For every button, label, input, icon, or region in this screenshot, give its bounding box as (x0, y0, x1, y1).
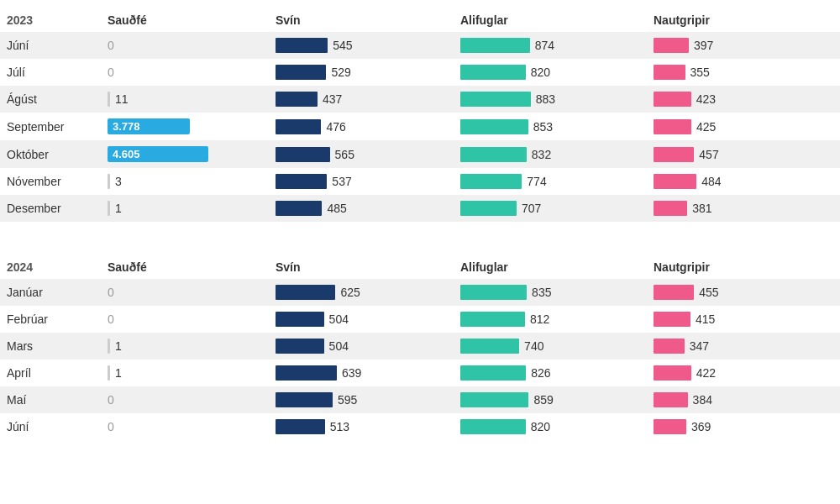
alifuglar-cell: 774 (454, 168, 647, 195)
nautgripir-cell: 457 (647, 140, 840, 168)
nautgripir-bar (654, 285, 694, 300)
svin-cell: 504 (269, 333, 454, 360)
nautgripir-cell: 484 (647, 168, 840, 195)
table-row: Júlí0529820355 (0, 59, 840, 86)
nautgripir-cell: 422 (647, 360, 840, 386)
alifuglar-value: 740 (524, 339, 543, 353)
svin-cell: 476 (269, 113, 454, 140)
svin-bar-cell: 625 (276, 285, 447, 300)
alifuglar-bar-cell: 859 (460, 392, 640, 407)
nautgripir-value: 381 (692, 202, 711, 215)
nautgripir-cell: 369 (647, 413, 840, 440)
alifuglar-value: 883 (536, 92, 555, 106)
alifuglar-bar-cell: 812 (460, 312, 640, 327)
svin-bar-cell: 529 (276, 65, 447, 80)
saudfe-cell: 1 (101, 195, 269, 222)
saudfe-cell: 3 (101, 168, 269, 195)
header-svin: Svín (269, 8, 454, 32)
alifuglar-value: 812 (530, 312, 549, 326)
table-row: Janúar0625835455 (0, 279, 840, 306)
nautgripir-bar (654, 201, 687, 216)
svin-value: 639 (342, 366, 361, 380)
nautgripir-bar-cell: 415 (654, 312, 833, 327)
saudfe-cell: 3.778 (101, 113, 269, 140)
table-row: Apríl1639826422 (0, 360, 840, 386)
nautgripir-value: 355 (690, 66, 710, 79)
svin-bar-cell: 504 (276, 312, 447, 327)
nautgripir-value: 415 (696, 312, 715, 326)
alifuglar-bar (460, 285, 527, 300)
saudfe-value: 1 (115, 339, 122, 353)
nautgripir-value: 384 (693, 393, 712, 407)
saudfe-cell: 0 (101, 413, 269, 440)
alifuglar-value: 853 (533, 120, 553, 134)
nautgripir-bar-cell: 397 (654, 38, 833, 53)
alifuglar-bar-cell: 707 (460, 201, 640, 216)
table-row: Júní0513820369 (0, 413, 840, 440)
saudfe-cell: 0 (101, 32, 269, 59)
svin-bar-cell: 595 (276, 392, 447, 407)
svin-bar (276, 392, 333, 407)
saudfe-bar-cell: 11 (108, 92, 262, 107)
saudfe-bar-cell: 0 (108, 286, 262, 299)
table-row: Nóvember3537774484 (0, 168, 840, 195)
saudfe-bar-cell: 1 (108, 201, 262, 216)
svin-cell: 595 (269, 386, 454, 413)
alifuglar-bar (460, 312, 525, 327)
header-saudfe: Sauðfé (101, 255, 269, 279)
alifuglar-bar (460, 201, 517, 216)
nautgripir-bar (654, 147, 694, 162)
saudfe-value: 0 (108, 420, 114, 433)
table-row: September3.778476853425 (0, 113, 840, 140)
year-section-2023: 2023SauðféSvínAlifuglarNautgripirJúní054… (0, 8, 840, 222)
header-nautgripir: Nautgripir (647, 255, 840, 279)
table-row: Mars1504740347 (0, 333, 840, 360)
alifuglar-bar (460, 65, 526, 80)
alifuglar-cell: 835 (454, 279, 647, 306)
svin-cell: 565 (269, 140, 454, 168)
saudfe-bar-cell: 1 (108, 365, 262, 381)
nautgripir-value: 347 (690, 339, 709, 353)
svin-value: 476 (326, 120, 345, 134)
month-cell: Maí (0, 386, 101, 413)
saudfe-bar (108, 92, 110, 107)
alifuglar-value: 826 (531, 366, 550, 380)
svin-cell: 537 (269, 168, 454, 195)
svin-bar-cell: 513 (276, 419, 447, 434)
saudfe-value: 0 (108, 66, 114, 79)
nautgripir-value: 422 (696, 366, 716, 380)
table-row: Maí0595859384 (0, 386, 840, 413)
header-alifuglar: Alifuglar (454, 8, 647, 32)
saudfe-value: 0 (108, 39, 114, 52)
saudfe-cell: 4.605 (101, 140, 269, 168)
alifuglar-bar-cell: 740 (460, 339, 640, 354)
svin-value: 504 (329, 339, 349, 353)
nautgripir-cell: 415 (647, 306, 840, 333)
svin-bar (276, 38, 328, 53)
alifuglar-bar-cell: 883 (460, 92, 640, 107)
svin-bar (276, 174, 327, 189)
header-month: 2023 (0, 8, 101, 32)
saudfe-cell: 0 (101, 59, 269, 86)
svin-bar (276, 285, 335, 300)
alifuglar-bar-cell: 853 (460, 119, 640, 134)
month-cell: Júní (0, 32, 101, 59)
svin-value: 437 (323, 92, 342, 106)
alifuglar-value: 832 (532, 148, 551, 161)
header-nautgripir: Nautgripir (647, 8, 840, 32)
nautgripir-bar (654, 339, 685, 354)
svin-value: 595 (338, 393, 357, 407)
nautgripir-bar-cell: 457 (654, 147, 833, 162)
svin-bar (276, 65, 326, 80)
svin-value: 485 (327, 202, 346, 215)
alifuglar-bar (460, 147, 527, 162)
nautgripir-bar-cell: 381 (654, 201, 833, 216)
alifuglar-bar-cell: 874 (460, 38, 640, 53)
alifuglar-bar-cell: 820 (460, 65, 640, 80)
section-divider (0, 239, 840, 255)
nautgripir-bar-cell: 484 (654, 174, 833, 189)
saudfe-bar (108, 201, 110, 216)
nautgripir-bar-cell: 425 (654, 119, 833, 134)
nautgripir-cell: 355 (647, 59, 840, 86)
alifuglar-value: 707 (522, 202, 541, 215)
